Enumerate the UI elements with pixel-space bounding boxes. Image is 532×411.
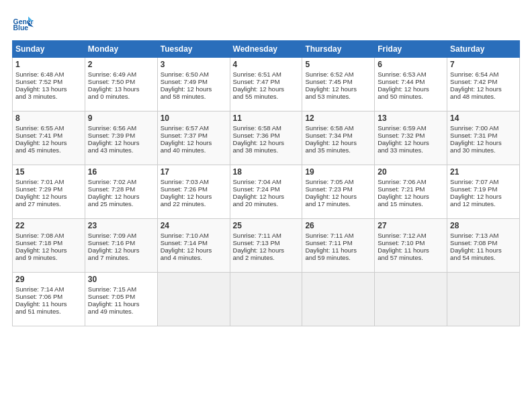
calendar-week: 22Sunrise: 7:08 AMSunset: 7:18 PMDayligh… bbox=[13, 219, 520, 273]
calendar-cell: 11Sunrise: 6:58 AMSunset: 7:36 PMDayligh… bbox=[230, 111, 302, 165]
day-number: 30 bbox=[88, 275, 154, 284]
day-info: Sunset: 7:05 PM bbox=[88, 293, 154, 300]
day-number: 16 bbox=[88, 167, 154, 177]
day-number: 2 bbox=[88, 60, 154, 69]
day-info: Sunset: 7:08 PM bbox=[450, 239, 517, 246]
day-info: Sunset: 7:37 PM bbox=[161, 132, 227, 139]
day-number: 5 bbox=[305, 60, 371, 69]
day-info: and 50 minutes. bbox=[378, 93, 444, 100]
day-number: 27 bbox=[378, 221, 444, 230]
day-info: Sunrise: 6:50 AM bbox=[161, 71, 227, 78]
day-info: Sunset: 7:11 PM bbox=[305, 239, 371, 246]
day-info: Sunset: 7:52 PM bbox=[15, 78, 82, 85]
calendar-cell: 3Sunrise: 6:50 AMSunset: 7:49 PMDaylight… bbox=[157, 58, 230, 111]
day-number: 24 bbox=[161, 221, 227, 230]
day-number: 26 bbox=[305, 221, 371, 230]
day-info: Daylight: 12 hours bbox=[378, 193, 444, 200]
day-info: Sunset: 7:34 PM bbox=[305, 132, 371, 139]
day-info: and 3 minutes. bbox=[15, 93, 82, 100]
calendar-cell: 19Sunrise: 7:05 AMSunset: 7:23 PMDayligh… bbox=[302, 165, 375, 219]
day-info: Daylight: 12 hours bbox=[161, 193, 227, 200]
day-info: Daylight: 11 hours bbox=[15, 300, 82, 308]
calendar-cell: 28Sunrise: 7:13 AMSunset: 7:08 PMDayligh… bbox=[447, 219, 520, 273]
day-info: Daylight: 12 hours bbox=[88, 193, 154, 200]
day-info: and 27 minutes. bbox=[15, 200, 82, 208]
day-info: Sunrise: 7:03 AM bbox=[161, 178, 227, 185]
day-info: Sunrise: 7:10 AM bbox=[161, 232, 227, 239]
day-info: and 43 minutes. bbox=[88, 146, 154, 154]
day-info: Sunset: 7:29 PM bbox=[15, 185, 82, 193]
logo-icon: General Blue bbox=[12, 12, 34, 34]
day-info: and 57 minutes. bbox=[378, 254, 444, 261]
day-info: Sunrise: 6:54 AM bbox=[450, 71, 517, 78]
day-info: Sunset: 7:36 PM bbox=[233, 132, 300, 139]
day-number: 6 bbox=[378, 60, 444, 69]
calendar-cell: 15Sunrise: 7:01 AMSunset: 7:29 PMDayligh… bbox=[13, 165, 85, 219]
day-info: Sunset: 7:26 PM bbox=[161, 185, 227, 193]
day-info: Daylight: 12 hours bbox=[15, 193, 82, 200]
day-number: 3 bbox=[161, 60, 227, 69]
day-number: 21 bbox=[450, 167, 517, 177]
day-info: Sunrise: 6:55 AM bbox=[15, 124, 82, 132]
calendar-cell: 5Sunrise: 6:52 AMSunset: 7:45 PMDaylight… bbox=[302, 58, 375, 111]
day-info: Daylight: 11 hours bbox=[88, 300, 154, 308]
day-info: and 22 minutes. bbox=[161, 200, 227, 208]
day-info: Daylight: 12 hours bbox=[233, 193, 300, 200]
calendar-table: SundayMondayTuesdayWednesdayThursdayFrid… bbox=[12, 40, 520, 326]
day-number: 15 bbox=[15, 167, 82, 177]
day-info: Sunrise: 7:06 AM bbox=[378, 178, 444, 185]
day-info: Sunset: 7:39 PM bbox=[88, 132, 154, 139]
day-info: Sunrise: 7:14 AM bbox=[15, 285, 82, 293]
day-info: Sunset: 7:06 PM bbox=[15, 293, 82, 300]
day-number: 10 bbox=[161, 113, 227, 123]
day-number: 29 bbox=[15, 275, 82, 284]
day-info: Sunset: 7:42 PM bbox=[450, 78, 517, 85]
day-number: 17 bbox=[161, 167, 227, 177]
day-info: Daylight: 11 hours bbox=[305, 246, 371, 254]
calendar-cell: 4Sunrise: 6:51 AMSunset: 7:47 PMDaylight… bbox=[230, 58, 302, 111]
day-info: Sunrise: 7:02 AM bbox=[88, 178, 154, 185]
calendar-cell: 16Sunrise: 7:02 AMSunset: 7:28 PMDayligh… bbox=[85, 165, 157, 219]
day-info: and 30 minutes. bbox=[450, 146, 517, 154]
page: General Blue SundayMondayTuesdayWednesda… bbox=[0, 0, 532, 333]
day-number: 19 bbox=[305, 167, 371, 177]
calendar-cell bbox=[375, 273, 447, 326]
day-info: and 59 minutes. bbox=[305, 254, 371, 261]
day-info: and 40 minutes. bbox=[161, 146, 227, 154]
day-info: Daylight: 12 hours bbox=[15, 246, 82, 254]
day-info: Daylight: 12 hours bbox=[378, 139, 444, 146]
calendar-cell bbox=[230, 273, 302, 326]
day-header: Monday bbox=[85, 41, 157, 58]
day-info: Sunset: 7:13 PM bbox=[233, 239, 300, 246]
day-info: and 45 minutes. bbox=[15, 146, 82, 154]
day-info: Sunset: 7:21 PM bbox=[378, 185, 444, 193]
day-info: Daylight: 12 hours bbox=[233, 246, 300, 254]
day-info: Sunrise: 6:58 AM bbox=[233, 124, 300, 132]
day-info: Daylight: 12 hours bbox=[450, 193, 517, 200]
calendar-cell bbox=[447, 273, 520, 326]
calendar-cell: 21Sunrise: 7:07 AMSunset: 7:19 PMDayligh… bbox=[447, 165, 520, 219]
day-info: Sunrise: 6:53 AM bbox=[378, 71, 444, 78]
day-info: Daylight: 12 hours bbox=[15, 139, 82, 146]
day-number: 8 bbox=[15, 113, 82, 123]
day-info: Sunset: 7:49 PM bbox=[161, 78, 227, 85]
day-info: Sunrise: 7:11 AM bbox=[233, 232, 300, 239]
calendar-cell: 22Sunrise: 7:08 AMSunset: 7:18 PMDayligh… bbox=[13, 219, 85, 273]
day-info: Sunset: 7:50 PM bbox=[88, 78, 154, 85]
day-number: 23 bbox=[88, 221, 154, 230]
day-number: 28 bbox=[450, 221, 517, 230]
calendar-cell: 12Sunrise: 6:58 AMSunset: 7:34 PMDayligh… bbox=[302, 111, 375, 165]
calendar-week: 15Sunrise: 7:01 AMSunset: 7:29 PMDayligh… bbox=[13, 165, 520, 219]
calendar-cell: 23Sunrise: 7:09 AMSunset: 7:16 PMDayligh… bbox=[85, 219, 157, 273]
day-info: Sunrise: 6:52 AM bbox=[305, 71, 371, 78]
day-header: Thursday bbox=[302, 41, 375, 58]
day-info: Sunrise: 7:05 AM bbox=[305, 178, 371, 185]
day-number: 4 bbox=[233, 60, 300, 69]
day-info: Sunrise: 7:00 AM bbox=[450, 124, 517, 132]
day-number: 11 bbox=[233, 113, 300, 123]
day-info: Sunset: 7:28 PM bbox=[88, 185, 154, 193]
day-header: Friday bbox=[375, 41, 447, 58]
day-info: and 25 minutes. bbox=[88, 200, 154, 208]
day-number: 7 bbox=[450, 60, 517, 69]
calendar-cell: 18Sunrise: 7:04 AMSunset: 7:24 PMDayligh… bbox=[230, 165, 302, 219]
